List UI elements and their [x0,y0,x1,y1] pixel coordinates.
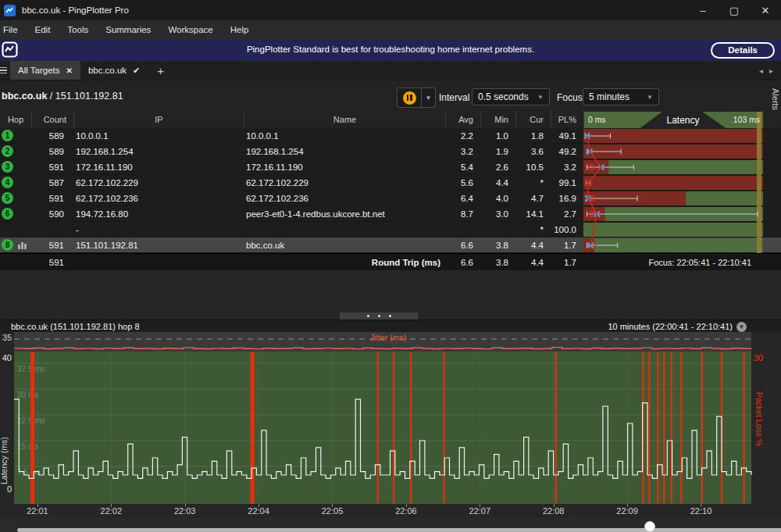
menu-edit[interactable]: Edit [27,25,59,34]
title-bar: bbc.co.uk - PingPlotter Pro – ▢ ✕ [0,0,781,20]
focus-value: 5 minutes [589,91,629,102]
col-latency[interactable]: 0 ms Latency 103 ms [583,111,781,128]
tab-bbc-co-uk[interactable]: bbc.co.uk ✔ [80,61,148,80]
tab-bar: All Targets ✕ bbc.co.uk ✔ + ◂ ▸ [0,61,781,80]
menu-workspace[interactable]: Workspace [159,25,221,34]
table-row[interactable]: 8591151.101.192.81bbc.co.uk6.63.84.41.7 [0,237,781,253]
col-ip[interactable]: IP [73,111,244,128]
menu-help[interactable]: Help [222,25,258,34]
target-list-icon[interactable] [0,61,10,80]
hop-cell: 6 [0,206,31,221]
menu-summaries[interactable]: Summaries [97,25,159,34]
horizontal-scrollbar-thumb[interactable] [644,521,655,532]
cur-cell: * [515,175,551,190]
time-axis-label: 22:09 [616,506,638,516]
min-cell: 4.0 [480,191,515,205]
window-title: bbc.co.uk - PingPlotter Pro [22,5,129,15]
min-cell: 3.8 [480,237,515,252]
ip-cell: - [73,222,244,237]
hop-status-badge: 2 [2,145,13,157]
round-trip-min: 3.8 [480,254,515,270]
timeline-scroll-area [0,518,781,532]
pause-button-group: ▼ [397,87,436,108]
details-button[interactable]: Details [711,42,775,59]
time-axis-label: 22:05 [322,506,344,516]
avg-cell: 2.2 [445,128,480,143]
minimize-icon[interactable]: – [687,0,719,20]
table-row[interactable]: 458762.172.102.22962.172.102.2295.64.4*9… [0,175,781,191]
new-tab-button[interactable]: + [148,61,173,80]
name-cell: 10.0.0.1 [244,128,445,143]
ip-cell: 192.168.1.254 [73,144,244,159]
close-tab-icon[interactable]: ✕ [66,66,72,75]
name-cell: 62.172.102.236 [244,191,445,205]
table-row[interactable]: 6590194.72.16.80peer3-et0-1-4.redbus.ukc… [0,206,781,222]
pane-splitter-handle[interactable] [340,312,418,320]
name-cell [244,222,445,237]
cur-cell: 14.1 [515,206,551,221]
chevron-down-icon: ▼ [537,94,544,101]
round-trip-label: Round Trip (ms) [244,254,445,270]
col-count[interactable]: Count [31,111,73,128]
interval-select[interactable]: 0.5 seconds▼ [472,88,550,105]
svg-text:103 ms: 103 ms [733,116,760,124]
latency-cell [583,222,781,237]
tab-all-targets[interactable]: All Targets ✕ [10,61,80,80]
latency-axis-label: Latency (ms) [0,398,9,484]
hop-status-badge: 4 [2,177,13,188]
table-row[interactable]: 2589192.168.1.254192.168.1.2543.21.93.64… [0,144,781,159]
name-cell: 192.168.1.254 [244,144,445,159]
tab-scroll-left-icon[interactable]: ◂ [759,66,763,75]
hop-status-badge: 3 [2,161,13,173]
name-cell: bbc.co.uk [244,237,445,252]
col-min[interactable]: Min [480,111,515,128]
maximize-icon[interactable]: ▢ [719,0,750,20]
close-icon[interactable]: ✕ [750,0,781,20]
hop-status-badge: 1 [2,130,13,141]
avg-cell: 5.4 [445,159,480,174]
svg-text:Latency: Latency [667,114,700,125]
jitter-axis-label: Jitter (ms) [370,333,407,342]
pingplotter-logo-icon [2,41,18,61]
focus-select[interactable]: 5 minutes▼ [583,88,659,105]
min-cell: 3.0 [480,206,515,221]
avg-cell [445,222,480,237]
pause-button[interactable] [398,88,421,107]
menu-file[interactable]: File [0,25,27,34]
interval-label: Interval [439,92,469,103]
cur-cell: 4.4 [515,237,551,252]
timeline-range-label: 10 minutes (22:00:41 - 22:10:41) [608,322,733,331]
count-cell: 590 [31,206,73,221]
horizontal-scrollbar-track[interactable] [17,528,781,532]
pause-dropdown-caret-icon[interactable]: ▼ [421,88,435,107]
chevron-down-icon: ▼ [647,94,653,101]
col-avg[interactable]: Avg [445,111,480,128]
table-row[interactable]: -*100.0 [0,222,781,237]
pl-cell: 100.0 [551,222,583,237]
round-trip-row: 591 Round Trip (ms) 6.6 3.8 4.4 1.7 Focu… [0,253,781,270]
col-name[interactable]: Name [244,111,445,128]
tab-scroll-right-icon[interactable]: ▸ [769,66,773,75]
latency-cell [583,237,781,252]
table-row[interactable]: 559162.172.102.23662.172.102.2366.44.04.… [0,191,781,206]
col-hop[interactable]: Hop [0,111,31,128]
ip-cell: 151.101.192.81 [73,237,244,252]
count-cell [31,222,73,237]
timeline-range-chevron-icon[interactable]: ▼ [736,322,747,332]
svg-text:15 ms: 15 ms [17,442,38,451]
check-icon: ✔ [133,66,140,76]
svg-text:0 ms: 0 ms [588,116,606,124]
menu-tools[interactable]: Tools [59,25,97,34]
table-row[interactable]: 3591172.16.11.190172.16.11.1905.42.610.5… [0,159,781,175]
col-pl[interactable]: PL% [551,111,583,128]
table-row[interactable]: 158910.0.0.110.0.0.12.21.01.849.1 [0,128,781,144]
pl-cell: 3.2 [551,159,583,174]
jitter-strip[interactable]: 35 Jitter (ms) [0,332,781,352]
hop-status-badge: 5 [2,192,13,204]
count-cell: 591 [31,159,73,174]
tab-all-targets-label: All Targets [18,66,59,75]
col-cur[interactable]: Cur [515,111,551,128]
count-cell: 591 [31,237,73,252]
timeline-chart[interactable]: 37.5 ms30 ms22.5 ms15 ms7.5 ms 40 0 Late… [0,352,781,504]
hop-cell: 5 [0,191,31,205]
